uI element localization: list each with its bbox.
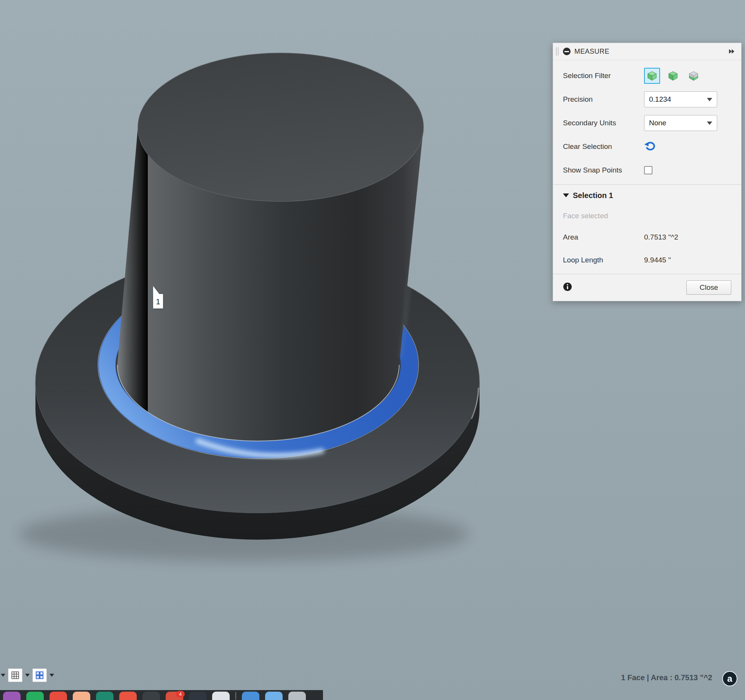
logo-glyph: a	[727, 674, 732, 683]
measure-options: Selection Filter	[553, 60, 741, 182]
loop-length-label: Loop Length	[563, 256, 644, 264]
selection-filter-row: Selection Filter	[553, 64, 741, 88]
cube-body-icon	[668, 70, 678, 81]
chevron-down-icon	[707, 98, 712, 101]
autodesk-360-logo-icon[interactable]: a	[722, 671, 737, 686]
dialog-footer: Close	[553, 274, 741, 301]
selection-filter-label: Selection Filter	[563, 72, 644, 80]
loop-length-row: Loop Length 9.9445 "	[553, 249, 741, 272]
area-value: 0.7513 "^2	[644, 233, 678, 241]
secondary-units-label: Secondary Units	[563, 119, 644, 127]
secondary-units-row: Secondary Units None	[553, 111, 741, 135]
grid-settings-button[interactable]	[8, 668, 22, 682]
dock-app-icon[interactable]	[26, 692, 44, 700]
filter-face-button[interactable]	[644, 68, 660, 84]
drag-grip-icon[interactable]	[556, 47, 558, 56]
loop-length-value: 9.9445 "	[644, 256, 671, 264]
dock-app-icon[interactable]	[3, 692, 21, 700]
dock-app-icon[interactable]	[288, 692, 306, 700]
precision-dropdown[interactable]: 0.1234	[644, 91, 717, 107]
clear-selection-row: Clear Selection	[553, 135, 741, 158]
dock-app-icon[interactable]	[119, 692, 137, 700]
collapse-panel-icon[interactable]	[728, 49, 735, 54]
face-selected-status: Face selected	[553, 206, 741, 226]
show-snap-points-label: Show Snap Points	[563, 166, 644, 174]
measure-command-icon	[563, 48, 571, 55]
measure-dialog: MEASURE Selection Filter	[553, 43, 742, 301]
multi-view-icon	[35, 671, 44, 679]
close-button[interactable]: Close	[686, 280, 731, 295]
dock-app-icon[interactable]	[50, 692, 67, 700]
dock-app-icon[interactable]	[242, 692, 259, 700]
info-icon[interactable]	[563, 282, 572, 293]
precision-label: Precision	[563, 95, 644, 104]
show-snap-points-row: Show Snap Points	[553, 158, 741, 182]
measure-dialog-header[interactable]: MEASURE	[553, 43, 741, 60]
secondary-units-dropdown[interactable]: None	[644, 115, 717, 131]
cylinder-body[interactable]	[117, 53, 424, 441]
notification-badge: 4	[176, 691, 185, 697]
viewport-layout-button[interactable]	[32, 668, 47, 682]
dropdown-caret-icon[interactable]	[1, 674, 5, 677]
dock-app-icon[interactable]	[212, 692, 230, 700]
filter-body-button[interactable]	[665, 68, 681, 83]
dock-app-icon[interactable]	[265, 692, 283, 700]
dock-app-icon[interactable]	[73, 692, 90, 700]
selection-1-header[interactable]: Selection 1	[553, 185, 741, 206]
panel-title: MEASURE	[574, 48, 609, 56]
undo-icon[interactable]	[644, 141, 656, 153]
area-row: Area 0.7513 "^2	[553, 226, 741, 249]
secondary-units-value: None	[649, 119, 666, 127]
area-label: Area	[563, 233, 644, 241]
selection-tag: 1	[153, 294, 163, 308]
selection-tag-number: 1	[156, 297, 160, 308]
dock[interactable]: 4	[0, 690, 323, 700]
filter-component-button[interactable]	[686, 68, 701, 83]
cube-component-icon	[688, 70, 699, 81]
dock-separator	[235, 692, 236, 700]
dropdown-caret-icon[interactable]	[50, 674, 54, 677]
dock-app-icon[interactable]	[142, 692, 160, 700]
precision-row: Precision 0.1234	[553, 88, 741, 111]
view-controls	[1, 667, 54, 683]
chevron-down-icon	[707, 121, 712, 125]
precision-value: 0.1234	[649, 95, 671, 104]
cube-face-icon	[647, 70, 657, 81]
selection-status-text: 1 Face | Area : 0.7513 "^2	[621, 673, 713, 682]
selection-1-title: Selection 1	[573, 191, 613, 200]
dock-app-icon[interactable]	[189, 692, 206, 700]
show-snap-points-checkbox[interactable]	[644, 166, 652, 174]
dropdown-caret-icon[interactable]	[25, 674, 30, 677]
triangle-down-icon	[563, 193, 569, 197]
dock-app-icon[interactable]	[96, 692, 114, 700]
dock-app-icon[interactable]: 4	[166, 692, 183, 700]
clear-selection-label: Clear Selection	[563, 142, 644, 151]
grid-icon	[11, 671, 19, 679]
selection-section: Selection 1 Face selected Area 0.7513 "^…	[553, 185, 741, 272]
